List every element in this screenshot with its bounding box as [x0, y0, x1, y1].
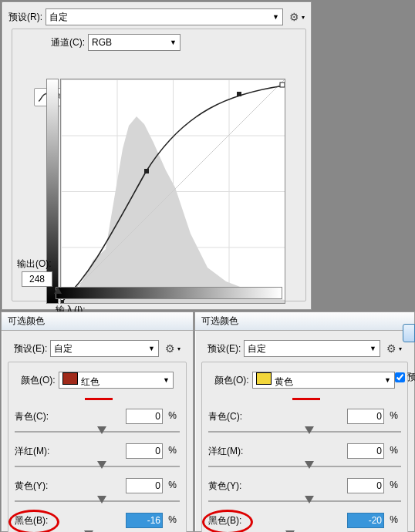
chevron-down-icon: ▼ — [170, 39, 177, 46]
yellow-slider[interactable] — [15, 496, 180, 507]
chevron-down-icon: ▼ — [384, 376, 391, 384]
magenta-slider[interactable] — [208, 461, 401, 472]
curves-group: 通道(C): RGB ▼ ✎ — [12, 29, 306, 301]
gear-icon[interactable] — [385, 342, 397, 355]
yellow-input[interactable]: 0 — [126, 478, 163, 493]
preview-checkbox-row-2[interactable]: 预 — [392, 370, 415, 385]
input-gradient[interactable] — [56, 287, 282, 299]
svg-rect-3 — [144, 169, 149, 173]
sc-preset-dropdown[interactable]: 自定▼ — [244, 340, 380, 357]
magenta-row: 洋红(M): 0% — [15, 445, 180, 472]
sc-color-label: 颜色(O): — [214, 374, 249, 387]
yellow-row: 黄色(Y): 0% — [208, 480, 401, 507]
black-row: 黑色(B): -20% — [208, 514, 401, 532]
color-swatch-icon — [256, 372, 272, 385]
black-point-slider[interactable] — [54, 287, 62, 294]
sc-group: 颜色(O): 黄色 ▼ 青色(C): 0% 洋红(M): 0% 黄色(Y): 0… — [201, 362, 408, 532]
preset-value: 自定 — [49, 11, 68, 24]
chevron-down-icon: ▼ — [369, 345, 376, 352]
cyan-slider[interactable] — [208, 426, 401, 437]
magenta-row: 洋红(M): 0% — [208, 445, 401, 472]
sc-color-dropdown[interactable]: 红色 ▼ — [59, 372, 174, 389]
selective-color-panel-1: 可选颜色 预设(E): 自定▼ ▾ 颜色(O): 红色 ▼ 青色(C): 0% — [1, 311, 194, 532]
cyan-row: 青色(C): 0% — [208, 410, 401, 437]
svg-rect-2 — [61, 300, 64, 303]
yellow-slider[interactable] — [208, 496, 401, 507]
annotation-underline — [85, 398, 113, 400]
curves-svg — [61, 79, 285, 303]
yellow-row: 黄色(Y): 0% — [15, 480, 180, 507]
gear-icon[interactable] — [288, 11, 300, 23]
sc-preset-dropdown[interactable]: 自定▼ — [50, 340, 159, 357]
channel-dropdown[interactable]: RGB ▼ — [88, 34, 181, 51]
sc-preset-label: 预设(E): — [208, 342, 241, 355]
cyan-input[interactable]: 0 — [126, 409, 163, 424]
panel-title: 可选颜色 — [195, 312, 414, 331]
black-input[interactable]: -16 — [126, 513, 163, 528]
black-input[interactable]: -20 — [347, 513, 384, 528]
cyan-input[interactable]: 0 — [347, 409, 384, 424]
gear-menu-arrow-icon: ▾ — [302, 14, 305, 21]
magenta-slider[interactable] — [15, 461, 180, 472]
svg-rect-5 — [280, 82, 285, 87]
svg-marker-0 — [61, 116, 285, 303]
curves-panel: 预设(R): 自定 ▼ ▾ 通道(C): RGB ▼ ✎ — [2, 2, 312, 310]
curves-graph[interactable] — [60, 79, 285, 304]
magenta-input[interactable]: 0 — [126, 443, 163, 459]
channel-value: RGB — [92, 37, 112, 48]
chevron-down-icon: ▼ — [163, 376, 170, 384]
gear-icon[interactable] — [164, 342, 176, 355]
output-label: 输出(O): — [17, 258, 52, 271]
annotation-underline — [292, 398, 320, 400]
output-value[interactable]: 248 — [22, 271, 52, 287]
panel-title: 可选颜色 — [2, 312, 193, 331]
sc-color-label: 颜色(O): — [21, 374, 56, 387]
chevron-down-icon: ▼ — [148, 345, 155, 352]
color-swatch-icon — [62, 372, 78, 385]
sc-color-dropdown[interactable]: 黄色 ▼ — [252, 372, 395, 389]
cyan-slider[interactable] — [15, 426, 180, 437]
svg-rect-4 — [237, 92, 241, 96]
selective-color-panel-2: 可选颜色 预设(E): 自定▼ ▾ 颜色(O): 黄色 ▼ 青色(C): 0% — [194, 311, 415, 532]
preview-checkbox[interactable] — [395, 372, 405, 382]
ok-button-clipped[interactable] — [403, 324, 415, 342]
cyan-row: 青色(C): 0% — [15, 410, 180, 437]
preset-label: 预设(R): — [8, 11, 42, 24]
black-row: 黑色(B): -16% — [15, 514, 180, 532]
magenta-input[interactable]: 0 — [347, 443, 384, 459]
chevron-down-icon: ▼ — [272, 13, 279, 21]
channel-label: 通道(C): — [51, 36, 85, 49]
sc-group: 颜色(O): 红色 ▼ 青色(C): 0% 洋红(M): 0% 黄色(Y): 0… — [8, 362, 187, 532]
preset-dropdown[interactable]: 自定 ▼ — [46, 8, 283, 25]
yellow-input[interactable]: 0 — [347, 478, 384, 493]
sc-preset-label: 预设(E): — [14, 342, 47, 355]
